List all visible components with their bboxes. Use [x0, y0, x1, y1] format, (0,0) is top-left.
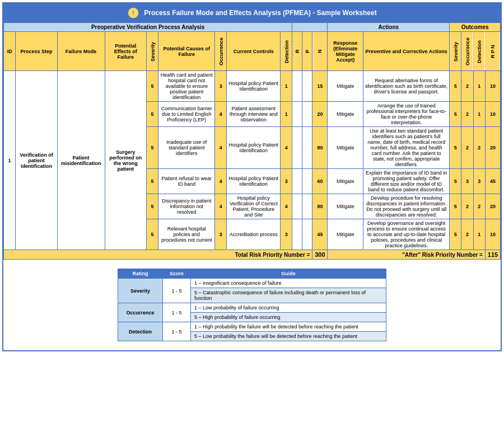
after-value: 115	[485, 250, 500, 260]
response-cell: Mitigate	[328, 127, 363, 169]
col-potential-causes: Potential Causes of Failure	[158, 32, 215, 71]
rating-guide-cell: 5 – High probability of failure occurrin…	[190, 313, 386, 322]
current-controls-cell: Hospital policy Verification of Correct …	[227, 194, 281, 219]
response-cell: Mitigate	[328, 102, 363, 127]
response-cell: Mitigate	[328, 169, 363, 194]
r-cell	[292, 127, 302, 169]
severity-cell: 5	[147, 219, 158, 250]
p-cell	[302, 194, 312, 219]
out-severity-cell: 5	[450, 169, 461, 194]
detection-cell: 3	[281, 219, 292, 250]
rating-section: Rating Score Guide Severity1 - 51 – Insi…	[3, 260, 501, 350]
out-detection-cell: 2	[473, 194, 485, 219]
preventive-corrective-cell: Arrange the use of trained professional …	[363, 102, 450, 127]
preventive-corrective-cell: Develop governance and oversight process…	[363, 219, 450, 250]
rpn-cell: 20	[312, 102, 328, 127]
rating-guide-cell: 1 – High probability the failure will be…	[190, 322, 386, 332]
detection-cell: 1	[281, 71, 292, 102]
main-title: Process Failure Mode and Effects Analysi…	[144, 9, 376, 17]
row-id: 1	[4, 71, 16, 250]
rpn-cell: 80	[312, 127, 328, 169]
occurrence-cell: 4	[215, 194, 227, 219]
total-row: Total Risk Priority Number = 300 "After"…	[4, 250, 501, 260]
current-controls-cell: Hospital policy Patient Identification	[227, 127, 281, 169]
rating-score-cell: 1 - 5	[162, 322, 190, 341]
main-table: Preoperative Verification Process Analys…	[3, 22, 501, 260]
p-cell	[302, 219, 312, 250]
p-cell	[302, 169, 312, 194]
p-cell	[302, 102, 312, 127]
out-occurrence-cell: 2	[461, 127, 473, 169]
col-process-step: Process Step	[16, 32, 57, 71]
col-id: ID	[4, 32, 16, 71]
out-detection-cell: 1	[473, 71, 485, 102]
col-severity: Severity	[147, 32, 158, 71]
col-preventive-corrective: Preventive and Corrective Actions	[363, 32, 450, 71]
rating-guide-cell: 1 – Low probability of failure occurring	[190, 303, 386, 313]
col-occurrence: Occurrence	[215, 32, 227, 71]
out-occurrence-cell: 3	[461, 169, 473, 194]
rpn-cell: 60	[312, 169, 328, 194]
out-rpn-cell: 10	[485, 219, 500, 250]
col-n: N	[312, 32, 328, 71]
out-rpn-cell: 10	[485, 102, 500, 127]
potential-causes-cell: Discrepancy in patient information not r…	[158, 194, 215, 219]
occurrence-cell: 4	[215, 169, 227, 194]
total-value: 300	[312, 250, 328, 260]
detection-cell: 1	[281, 102, 292, 127]
col-response: Response (Eliminate Mitigate Accept)	[328, 32, 363, 71]
potential-causes-cell: Inadequate use of standard patient ident…	[158, 127, 215, 169]
svg-text:!: !	[133, 10, 134, 16]
out-detection-cell: 2	[473, 127, 485, 169]
r-cell	[292, 219, 302, 250]
preventive-corrective-cell: Explain the importance of ID band in pro…	[363, 169, 450, 194]
out-rpn-cell: 20	[485, 194, 500, 219]
outcomes-section-header: Outcomes	[450, 23, 501, 32]
out-occurrence-cell: 2	[461, 71, 473, 102]
rating-row: Occurrence1 - 51 – Low probability of fa…	[118, 303, 386, 313]
detection-cell: 4	[281, 127, 292, 169]
occurrence-cell: 4	[215, 102, 227, 127]
severity-cell: 5	[147, 194, 158, 219]
r-cell	[292, 169, 302, 194]
response-cell: Mitigate	[328, 194, 363, 219]
p-cell	[302, 127, 312, 169]
severity-cell: 5	[147, 169, 158, 194]
preventive-corrective-cell: Develop procedure for resolving discrepa…	[363, 194, 450, 219]
current-controls-cell: Accreditation process	[227, 219, 281, 250]
out-occurrence-cell: 2	[461, 194, 473, 219]
out-rpn-cell: 10	[485, 71, 500, 102]
r-cell	[292, 102, 302, 127]
preventive-corrective-cell: Request alternative forms of identificat…	[363, 71, 450, 102]
severity-cell: 5	[147, 102, 158, 127]
out-severity-cell: 5	[450, 194, 461, 219]
failure-mode-cell: Patient misidentification	[57, 71, 105, 250]
rating-score-cell: 1 - 5	[162, 279, 190, 303]
col-out-severity: Severity	[450, 32, 461, 71]
out-severity-cell: 5	[450, 71, 461, 102]
detection-cell: 3	[281, 169, 292, 194]
col-p: P	[302, 32, 312, 71]
rating-label-cell: Detection	[118, 322, 163, 341]
score-col-header: Score	[162, 269, 190, 279]
potential-causes-cell: Patient refusal to wear ID band	[158, 169, 215, 194]
response-cell: Mitigate	[328, 71, 363, 102]
r-cell	[292, 71, 302, 102]
current-controls-cell: Patient assessment through interview and…	[227, 102, 281, 127]
rating-table: Rating Score Guide Severity1 - 51 – Insi…	[118, 269, 386, 341]
occurrence-cell: 3	[215, 219, 227, 250]
rating-guide-cell: 1 – Insignificant consequence of failure	[190, 279, 386, 288]
left-section-header: Preoperative Verification Process Analys…	[4, 23, 292, 32]
severity-cell: 5	[147, 71, 158, 102]
after-label: "After" Risk Priority Number =	[328, 250, 486, 260]
current-controls-cell: Hospital policy Patient Identification	[227, 71, 281, 102]
severity-cell: 5	[147, 127, 158, 169]
r-cell	[292, 194, 302, 219]
col-out-occurrence: Occurrence	[461, 32, 473, 71]
process-step-cell: Verification of patient identification	[16, 71, 57, 250]
out-rpn-cell: 20	[485, 127, 500, 169]
response-cell: Mitigate	[328, 219, 363, 250]
col-failure-mode: Failure Mode	[57, 32, 105, 71]
rating-row: Detection1 - 51 – High probability the f…	[118, 322, 386, 332]
rating-col-header: Rating	[118, 269, 163, 279]
